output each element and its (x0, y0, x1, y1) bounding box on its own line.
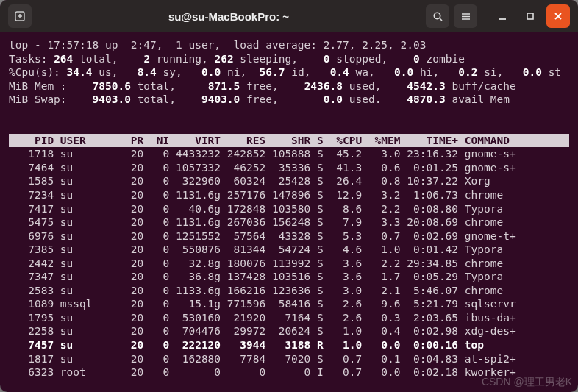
process-row: 7417 su 20 0 40.6g 172848 103580 S 8.6 2… (9, 202, 569, 216)
process-row: 1795 su 20 0 530160 21920 7164 S 2.6 0.3… (9, 311, 569, 325)
process-row: 7464 su 20 0 1057332 46252 35336 S 41.3 … (9, 161, 569, 175)
summary-line-mem: MiB Mem : 7850.6 total, 871.5 free, 2436… (9, 79, 569, 93)
process-row: 7234 su 20 0 1131.6g 257176 147896 S 12.… (9, 188, 569, 202)
process-row: 1718 su 20 0 4433232 242852 105888 S 45.… (9, 147, 569, 161)
process-row: 2258 su 20 0 704476 29972 20624 S 1.0 0.… (9, 324, 569, 338)
terminal-output[interactable]: top - 17:57:18 up 2:47, 1 user, load ave… (0, 32, 578, 379)
process-rows: 1718 su 20 0 4433232 242852 105888 S 45.… (9, 147, 569, 379)
svg-rect-2 (527, 13, 533, 19)
process-row: 5475 su 20 0 1131.6g 267036 156248 S 7.9… (9, 215, 569, 229)
search-icon (432, 11, 443, 22)
menu-button[interactable] (454, 4, 477, 28)
process-row: 7457 su 20 0 222120 3944 3188 R 1.0 0.0 … (9, 338, 569, 352)
maximize-icon (526, 12, 535, 21)
maximize-button[interactable] (518, 4, 542, 28)
window-title: su@su-MacBookPro: ~ (34, 10, 424, 23)
blank-line (9, 120, 569, 134)
svg-point-1 (434, 13, 440, 18)
process-header-row: PID USER PR NI VIRT RES SHR S %CPU %MEM … (9, 134, 569, 148)
process-row: 1089 mssql 20 0 15.1g 771596 58416 S 2.6… (9, 297, 569, 311)
search-button[interactable] (426, 4, 449, 28)
new-tab-button[interactable] (8, 4, 32, 28)
process-row: 1817 su 20 0 162880 7784 7020 S 0.7 0.1 … (9, 352, 569, 366)
close-button[interactable] (546, 4, 570, 28)
minimize-icon (498, 12, 507, 21)
process-row: 7385 su 20 0 550876 81344 54724 S 4.6 1.… (9, 243, 569, 257)
titlebar: su@su-MacBookPro: ~ (0, 0, 578, 32)
process-row: 6976 su 20 0 1251552 57564 43328 S 5.3 0… (9, 229, 569, 243)
minimize-button[interactable] (490, 4, 514, 28)
new-tab-icon (15, 11, 25, 21)
summary-line-uptime: top - 17:57:18 up 2:47, 1 user, load ave… (9, 38, 569, 52)
hamburger-icon (460, 11, 471, 22)
terminal-window: su@su-MacBookPro: ~ top - 17:57:18 up 2:… (0, 0, 578, 392)
close-icon (554, 12, 563, 21)
process-row: 1585 su 20 0 322960 60324 25428 S 26.4 0… (9, 174, 569, 188)
process-row: 2442 su 20 0 32.8g 180076 113992 S 3.6 2… (9, 257, 569, 271)
summary-line-tasks: Tasks: 264 total, 2 running, 262 sleepin… (9, 52, 569, 66)
process-row: 2583 su 20 0 1133.6g 166216 123636 S 3.0… (9, 284, 569, 298)
watermark: CSDN @理工男老K (482, 376, 572, 389)
summary-line-cpu: %Cpu(s): 34.4 us, 8.4 sy, 0.0 ni, 56.7 i… (9, 65, 569, 79)
process-row: 7347 su 20 0 36.8g 137428 103516 S 3.6 1… (9, 270, 569, 284)
summary-line-swap: MiB Swap: 9403.0 total, 9403.0 free, 0.0… (9, 93, 569, 107)
